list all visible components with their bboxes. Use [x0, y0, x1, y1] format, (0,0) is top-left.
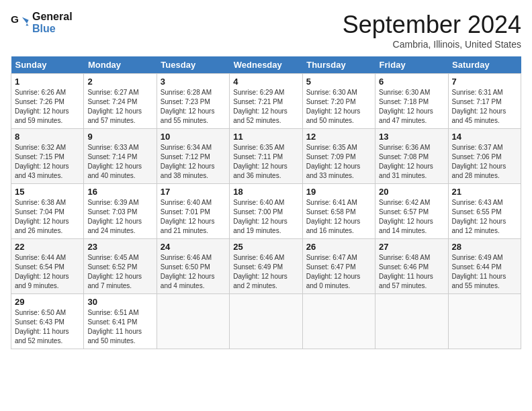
- day-number: 17: [161, 187, 226, 197]
- day-number: 2: [87, 77, 152, 87]
- day-number: 25: [233, 242, 298, 252]
- day-info: Sunrise: 6:44 AM Sunset: 6:54 PM Dayligh…: [15, 253, 80, 291]
- day-number: 12: [306, 132, 371, 142]
- day-number: 5: [306, 77, 371, 87]
- weekday-header-thursday: Thursday: [302, 56, 375, 74]
- calendar-body: 1Sunrise: 6:26 AM Sunset: 7:26 PM Daylig…: [11, 74, 521, 349]
- day-info: Sunrise: 6:37 AM Sunset: 7:06 PM Dayligh…: [452, 143, 517, 181]
- calendar-cell: 7Sunrise: 6:31 AM Sunset: 7:17 PM Daylig…: [448, 74, 521, 129]
- day-number: 24: [161, 242, 226, 252]
- calendar-cell: 15Sunrise: 6:38 AM Sunset: 7:04 PM Dayli…: [11, 184, 84, 239]
- day-info: Sunrise: 6:45 AM Sunset: 6:52 PM Dayligh…: [87, 253, 152, 291]
- calendar-header: SundayMondayTuesdayWednesdayThursdayFrid…: [11, 56, 521, 74]
- day-number: 10: [161, 132, 226, 142]
- day-info: Sunrise: 6:48 AM Sunset: 6:46 PM Dayligh…: [379, 253, 444, 291]
- day-info: Sunrise: 6:30 AM Sunset: 7:20 PM Dayligh…: [306, 88, 371, 126]
- day-info: Sunrise: 6:46 AM Sunset: 6:50 PM Dayligh…: [161, 253, 226, 291]
- day-info: Sunrise: 6:49 AM Sunset: 6:44 PM Dayligh…: [452, 253, 517, 291]
- day-info: Sunrise: 6:33 AM Sunset: 7:14 PM Dayligh…: [87, 143, 152, 181]
- day-info: Sunrise: 6:32 AM Sunset: 7:15 PM Dayligh…: [15, 143, 80, 181]
- calendar-cell: 17Sunrise: 6:40 AM Sunset: 7:01 PM Dayli…: [157, 184, 229, 239]
- day-number: 21: [452, 187, 517, 197]
- day-info: Sunrise: 6:36 AM Sunset: 7:08 PM Dayligh…: [379, 143, 444, 181]
- calendar-cell: 11Sunrise: 6:35 AM Sunset: 7:11 PM Dayli…: [230, 129, 302, 184]
- day-info: Sunrise: 6:28 AM Sunset: 7:23 PM Dayligh…: [161, 88, 226, 126]
- calendar-cell: 5Sunrise: 6:30 AM Sunset: 7:20 PM Daylig…: [302, 74, 375, 129]
- calendar-cell: 1Sunrise: 6:26 AM Sunset: 7:26 PM Daylig…: [11, 74, 84, 129]
- calendar-cell: 3Sunrise: 6:28 AM Sunset: 7:23 PM Daylig…: [157, 74, 229, 129]
- calendar-cell: 8Sunrise: 6:32 AM Sunset: 7:15 PM Daylig…: [11, 129, 84, 184]
- day-number: 8: [15, 132, 80, 142]
- page-header: G General Blue September 2024 Cambria, I…: [11, 11, 521, 50]
- day-number: 30: [87, 297, 152, 307]
- day-number: 22: [15, 242, 80, 252]
- calendar-cell: 19Sunrise: 6:41 AM Sunset: 6:58 PM Dayli…: [302, 184, 375, 239]
- day-info: Sunrise: 6:38 AM Sunset: 7:04 PM Dayligh…: [15, 198, 80, 236]
- day-info: Sunrise: 6:29 AM Sunset: 7:21 PM Dayligh…: [233, 88, 298, 126]
- calendar-week: 1Sunrise: 6:26 AM Sunset: 7:26 PM Daylig…: [11, 74, 521, 129]
- day-number: 28: [452, 242, 517, 252]
- calendar-cell: 24Sunrise: 6:46 AM Sunset: 6:50 PM Dayli…: [157, 239, 229, 294]
- calendar-cell: 9Sunrise: 6:33 AM Sunset: 7:14 PM Daylig…: [84, 129, 157, 184]
- calendar-cell: 28Sunrise: 6:49 AM Sunset: 6:44 PM Dayli…: [448, 239, 521, 294]
- day-info: Sunrise: 6:26 AM Sunset: 7:26 PM Dayligh…: [15, 88, 80, 126]
- day-info: Sunrise: 6:50 AM Sunset: 6:43 PM Dayligh…: [15, 308, 80, 346]
- calendar-cell: 23Sunrise: 6:45 AM Sunset: 6:52 PM Dayli…: [84, 239, 157, 294]
- weekday-header-tuesday: Tuesday: [157, 56, 229, 74]
- day-number: 9: [87, 132, 152, 142]
- day-info: Sunrise: 6:40 AM Sunset: 7:01 PM Dayligh…: [161, 198, 226, 236]
- day-number: 3: [161, 77, 226, 87]
- calendar-cell: 6Sunrise: 6:30 AM Sunset: 7:18 PM Daylig…: [375, 74, 448, 129]
- svg-marker-1: [22, 17, 29, 26]
- logo: G General Blue: [11, 11, 73, 35]
- day-number: 1: [15, 77, 80, 87]
- day-info: Sunrise: 6:27 AM Sunset: 7:24 PM Dayligh…: [87, 88, 152, 126]
- logo-icon: G: [11, 13, 30, 32]
- calendar-week: 15Sunrise: 6:38 AM Sunset: 7:04 PM Dayli…: [11, 184, 521, 239]
- calendar-cell: 4Sunrise: 6:29 AM Sunset: 7:21 PM Daylig…: [230, 74, 302, 129]
- day-number: 7: [452, 77, 517, 87]
- day-info: Sunrise: 6:30 AM Sunset: 7:18 PM Dayligh…: [379, 88, 444, 126]
- logo-text: General Blue: [32, 11, 73, 35]
- weekday-header-wednesday: Wednesday: [230, 56, 302, 74]
- calendar-cell: 27Sunrise: 6:48 AM Sunset: 6:46 PM Dayli…: [375, 239, 448, 294]
- day-number: 18: [233, 187, 298, 197]
- day-number: 29: [15, 297, 80, 307]
- day-number: 6: [379, 77, 444, 87]
- day-number: 16: [87, 187, 152, 197]
- day-number: 19: [306, 187, 371, 197]
- calendar-cell: 14Sunrise: 6:37 AM Sunset: 7:06 PM Dayli…: [448, 129, 521, 184]
- calendar-cell: 13Sunrise: 6:36 AM Sunset: 7:08 PM Dayli…: [375, 129, 448, 184]
- calendar-cell: 25Sunrise: 6:46 AM Sunset: 6:49 PM Dayli…: [230, 239, 302, 294]
- weekday-header-sunday: Sunday: [11, 56, 84, 74]
- day-info: Sunrise: 6:43 AM Sunset: 6:55 PM Dayligh…: [452, 198, 517, 236]
- day-number: 4: [233, 77, 298, 87]
- calendar-cell: 22Sunrise: 6:44 AM Sunset: 6:54 PM Dayli…: [11, 239, 84, 294]
- day-info: Sunrise: 6:34 AM Sunset: 7:12 PM Dayligh…: [161, 143, 226, 181]
- calendar-cell: [375, 294, 448, 349]
- calendar-cell: 26Sunrise: 6:47 AM Sunset: 6:47 PM Dayli…: [302, 239, 375, 294]
- day-number: 14: [452, 132, 517, 142]
- calendar-cell: 30Sunrise: 6:51 AM Sunset: 6:41 PM Dayli…: [84, 294, 157, 349]
- day-info: Sunrise: 6:35 AM Sunset: 7:09 PM Dayligh…: [306, 143, 371, 181]
- calendar-cell: 12Sunrise: 6:35 AM Sunset: 7:09 PM Dayli…: [302, 129, 375, 184]
- calendar-cell: 18Sunrise: 6:40 AM Sunset: 7:00 PM Dayli…: [230, 184, 302, 239]
- calendar-week: 29Sunrise: 6:50 AM Sunset: 6:43 PM Dayli…: [11, 294, 521, 349]
- calendar-cell: 2Sunrise: 6:27 AM Sunset: 7:24 PM Daylig…: [84, 74, 157, 129]
- calendar-week: 8Sunrise: 6:32 AM Sunset: 7:15 PM Daylig…: [11, 129, 521, 184]
- calendar-cell: 10Sunrise: 6:34 AM Sunset: 7:12 PM Dayli…: [157, 129, 229, 184]
- location-title: Cambria, Illinois, United States: [343, 39, 521, 50]
- day-info: Sunrise: 6:39 AM Sunset: 7:03 PM Dayligh…: [87, 198, 152, 236]
- day-number: 20: [379, 187, 444, 197]
- day-info: Sunrise: 6:31 AM Sunset: 7:17 PM Dayligh…: [452, 88, 517, 126]
- weekday-header-friday: Friday: [375, 56, 448, 74]
- day-info: Sunrise: 6:46 AM Sunset: 6:49 PM Dayligh…: [233, 253, 298, 291]
- day-number: 13: [379, 132, 444, 142]
- calendar-week: 22Sunrise: 6:44 AM Sunset: 6:54 PM Dayli…: [11, 239, 521, 294]
- calendar-cell: [448, 294, 521, 349]
- calendar-cell: [230, 294, 302, 349]
- weekday-header-saturday: Saturday: [448, 56, 521, 74]
- day-info: Sunrise: 6:51 AM Sunset: 6:41 PM Dayligh…: [87, 308, 152, 346]
- month-title: September 2024: [343, 11, 521, 39]
- calendar-table: SundayMondayTuesdayWednesdayThursdayFrid…: [11, 56, 521, 349]
